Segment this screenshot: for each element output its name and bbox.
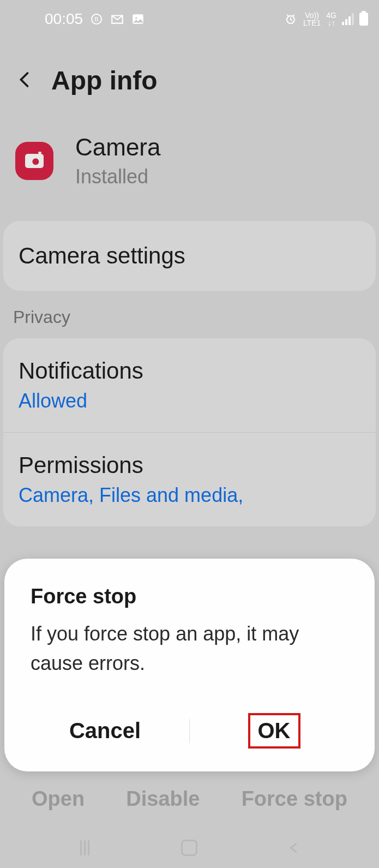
dialog-overlay: Force stop If you force stop an app, it …	[0, 0, 379, 868]
nav-home-button[interactable]	[178, 837, 200, 859]
nav-recent-button[interactable]	[74, 837, 96, 859]
dialog-buttons: Cancel OK	[4, 705, 375, 756]
dialog-message: If you force stop an app, it may cause e…	[4, 619, 375, 678]
force-stop-dialog: Force stop If you force stop an app, it …	[4, 559, 375, 771]
cancel-button[interactable]: Cancel	[21, 711, 189, 751]
nav-bar	[0, 827, 379, 868]
nav-back-button[interactable]	[283, 837, 305, 859]
ok-highlight: OK	[248, 713, 300, 749]
ok-button[interactable]: OK	[190, 705, 358, 756]
dialog-title: Force stop	[4, 585, 375, 608]
